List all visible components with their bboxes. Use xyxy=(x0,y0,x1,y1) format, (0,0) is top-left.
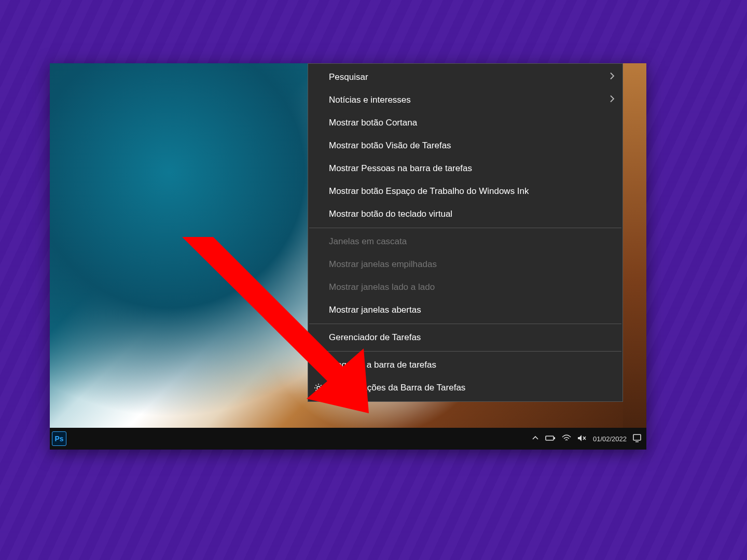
menu-item-noticias-interesses[interactable]: Notícias e interesses xyxy=(308,89,622,111)
menu-item-janelas-lado-a-lado: Mostrar janelas lado a lado xyxy=(308,276,622,299)
menu-separator xyxy=(309,351,621,352)
system-tray: 01/02/2022 xyxy=(532,434,641,444)
tray-chevron-up-icon[interactable] xyxy=(532,435,539,443)
tray-date[interactable]: 01/02/2022 xyxy=(593,435,627,443)
gear-icon xyxy=(313,383,324,393)
menu-item-mostrar-windows-ink[interactable]: Mostrar botão Espaço de Trabalho do Wind… xyxy=(308,180,622,203)
taskbar[interactable]: Ps 01/02/2022 xyxy=(50,428,646,450)
menu-item-label: Janelas em cascata xyxy=(329,236,407,247)
svg-point-0 xyxy=(317,386,320,389)
menu-item-janelas-cascata: Janelas em cascata xyxy=(308,230,622,253)
menu-item-pesquisar[interactable]: Pesquisar xyxy=(308,66,622,89)
wallpaper-coast-strip xyxy=(623,63,646,428)
menu-item-bloquear-barra[interactable]: Bloquear a barra de tarefas xyxy=(308,354,622,376)
menu-item-mostrar-visao-tarefas[interactable]: Mostrar botão Visão de Tarefas xyxy=(308,134,622,157)
photoshop-taskbar-icon[interactable]: Ps xyxy=(52,431,66,446)
menu-item-label: Configurações da Barra de Tarefas xyxy=(329,383,465,393)
menu-item-configuracoes-barra[interactable]: Configurações da Barra de Tarefas xyxy=(308,376,622,399)
menu-separator xyxy=(309,324,621,324)
menu-item-label: Mostrar botão Espaço de Trabalho do Wind… xyxy=(329,186,529,197)
menu-item-label: Mostrar janelas empilhadas xyxy=(329,259,437,270)
menu-item-mostrar-cortana[interactable]: Mostrar botão Cortana xyxy=(308,111,622,134)
screenshot-frame: Pesquisar Notícias e interesses Mostrar … xyxy=(50,63,646,450)
menu-separator xyxy=(309,228,621,228)
wifi-icon[interactable] xyxy=(562,435,571,443)
chevron-right-icon xyxy=(609,72,615,83)
menu-item-label: Mostrar janelas lado a lado xyxy=(329,282,435,292)
menu-item-label: Notícias e interesses xyxy=(329,95,411,105)
chevron-right-icon xyxy=(609,95,615,106)
menu-item-label: Mostrar botão Cortana xyxy=(329,118,417,128)
photoshop-abbr: Ps xyxy=(54,435,63,443)
menu-item-label: Pesquisar xyxy=(329,72,368,82)
menu-item-label: Mostrar janelas abertas xyxy=(329,305,421,315)
svg-rect-3 xyxy=(633,435,641,440)
svg-rect-2 xyxy=(554,437,555,439)
taskbar-context-menu: Pesquisar Notícias e interesses Mostrar … xyxy=(308,63,623,402)
battery-icon[interactable] xyxy=(545,435,556,443)
menu-item-janelas-empilhadas: Mostrar janelas empilhadas xyxy=(308,253,622,276)
volume-muted-icon[interactable] xyxy=(577,435,587,443)
menu-item-label: Bloquear a barra de tarefas xyxy=(329,360,436,370)
notifications-icon[interactable] xyxy=(633,434,641,444)
menu-item-gerenciador-tarefas[interactable]: Gerenciador de Tarefas xyxy=(308,326,622,349)
menu-item-mostrar-pessoas[interactable]: Mostrar Pessoas na barra de tarefas xyxy=(308,157,622,180)
menu-item-mostrar-janelas-abertas[interactable]: Mostrar janelas abertas xyxy=(308,299,622,321)
check-icon xyxy=(313,360,324,370)
menu-item-mostrar-teclado-virtual[interactable]: Mostrar botão do teclado virtual xyxy=(308,203,622,226)
menu-item-label: Mostrar botão Visão de Tarefas xyxy=(329,141,451,151)
menu-item-label: Mostrar Pessoas na barra de tarefas xyxy=(329,163,472,174)
svg-rect-1 xyxy=(546,436,554,440)
menu-item-label: Gerenciador de Tarefas xyxy=(329,332,421,343)
menu-item-label: Mostrar botão do teclado virtual xyxy=(329,209,452,219)
